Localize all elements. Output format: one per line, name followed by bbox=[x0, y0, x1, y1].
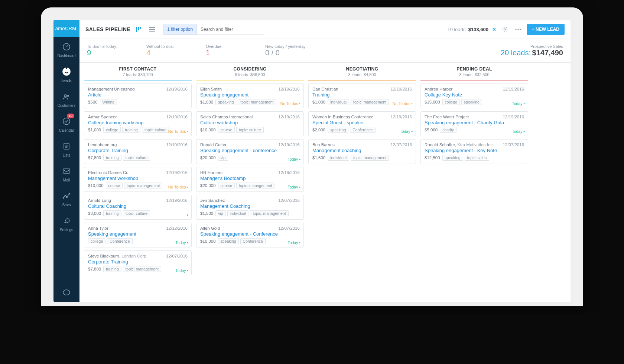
lead-tag[interactable]: topic: management bbox=[123, 266, 161, 272]
dashboard-icon bbox=[61, 41, 72, 52]
column-header[interactable]: FIRST CONTACT7 leads: $30,100 bbox=[84, 63, 192, 81]
lead-card[interactable]: Ellen Smith12/19/2016Speaking engagement… bbox=[196, 83, 304, 108]
lead-tag[interactable]: individual bbox=[328, 99, 349, 105]
lead-title: Speaking engagement bbox=[200, 92, 300, 98]
more-icon[interactable] bbox=[513, 24, 523, 34]
lead-tag[interactable]: course bbox=[106, 183, 123, 188]
new-lead-button[interactable]: + NEW LEAD bbox=[527, 24, 565, 35]
lead-title: Training bbox=[312, 92, 412, 98]
column-subtitle: 3 leads: $32,500 bbox=[420, 72, 528, 77]
lead-card[interactable]: Anna Tylor12/12/2016Speaking engagementc… bbox=[84, 223, 192, 247]
nav-calendar[interactable]: 10 Calendar bbox=[53, 111, 79, 136]
column-header[interactable]: PENDING DEAL3 leads: $32,500 bbox=[420, 63, 528, 81]
lead-tag[interactable]: speaking bbox=[442, 155, 463, 161]
lead-tag[interactable]: speaking bbox=[215, 99, 236, 105]
lead-tag[interactable]: topic: culture bbox=[123, 210, 150, 216]
lead-card[interactable]: Electronic Games Co.12/19/2016Management… bbox=[84, 167, 192, 192]
pipeline-view-icon[interactable] bbox=[134, 24, 144, 34]
lead-amount: $2,000 bbox=[312, 128, 325, 132]
lead-card[interactable]: Lendahand.org12/19/2016Corporate Trainin… bbox=[84, 139, 192, 164]
lead-tag[interactable]: topic: culture bbox=[123, 155, 150, 161]
lead-tag[interactable]: topic: sales bbox=[465, 155, 490, 161]
lead-title: Corporate Training bbox=[88, 148, 188, 153]
column-header[interactable]: CONSIDERING6 leads: $66,500 bbox=[196, 63, 304, 81]
lead-card[interactable]: Sales Champs International12/19/2016Cult… bbox=[196, 111, 304, 136]
lead-tag[interactable]: charity bbox=[440, 127, 456, 133]
lead-card[interactable]: Steve Blackburn, London Corp12/07/2016Co… bbox=[84, 250, 192, 275]
lead-date: 12/07/2016 bbox=[278, 226, 300, 230]
lead-card[interactable]: Arnold Long12/19/2016Cultural Coaching$3… bbox=[84, 195, 192, 220]
nav-lists[interactable]: Lists bbox=[53, 136, 79, 161]
lead-card[interactable]: Women in Business Conference12/19/2016Sp… bbox=[308, 111, 416, 136]
lead-tag[interactable]: individual bbox=[328, 155, 349, 161]
lead-tag[interactable]: training bbox=[122, 127, 140, 133]
lead-tag[interactable]: speaking bbox=[461, 99, 482, 105]
search-input[interactable] bbox=[197, 24, 264, 35]
lead-card[interactable]: Ben Barnes12/07/2016Management coaching$… bbox=[308, 139, 416, 164]
nav-mail[interactable]: Mail bbox=[53, 161, 79, 186]
lead-tag[interactable]: individual bbox=[227, 210, 249, 216]
kanban-board[interactable]: FIRST CONTACT7 leads: $30,100Management … bbox=[79, 63, 571, 302]
nav-settings[interactable]: Settings bbox=[53, 211, 79, 236]
search-filter[interactable]: 1 filter option bbox=[163, 24, 264, 35]
lead-date: 12/19/2016 bbox=[278, 142, 300, 147]
lead-amount: $1,500 bbox=[200, 211, 213, 216]
lead-contact: Women in Business Conference bbox=[312, 115, 373, 119]
lead-tag[interactable]: topic: management bbox=[351, 99, 389, 105]
lead-card[interactable]: The Free Water Project12/19/2016Speaking… bbox=[420, 111, 528, 136]
svg-rect-14 bbox=[140, 27, 141, 29]
lead-status: No To-dos bbox=[168, 185, 188, 189]
list-view-icon[interactable] bbox=[147, 24, 157, 34]
toolbar: SALES PIPELINE 1 filter option 19 leads:… bbox=[79, 20, 571, 39]
lead-tag[interactable]: topic: culture bbox=[236, 127, 264, 133]
lead-tag[interactable]: course bbox=[218, 183, 235, 188]
nav-customers[interactable]: Customers bbox=[53, 86, 79, 111]
lead-tag[interactable]: speaking bbox=[328, 127, 348, 133]
column-header[interactable]: NEGOTIATING3 leads: $4,500 bbox=[308, 63, 416, 81]
lead-tag[interactable]: topic: culture bbox=[142, 127, 169, 133]
lead-title: Special Guest - speaker bbox=[312, 120, 412, 125]
lead-card[interactable]: HR Hunters12/19/2016Manager's Bootcamp$2… bbox=[196, 167, 304, 192]
lead-tag[interactable]: college bbox=[103, 127, 121, 133]
lead-tag[interactable]: course bbox=[218, 127, 235, 133]
lead-tag[interactable]: Writing bbox=[100, 99, 117, 105]
lead-tag[interactable]: college bbox=[442, 99, 460, 105]
lead-tag[interactable]: topic: management bbox=[124, 183, 162, 188]
nav-chat[interactable] bbox=[53, 283, 79, 302]
lead-tag[interactable]: speaking bbox=[218, 238, 239, 244]
lead-tag[interactable]: training bbox=[103, 210, 121, 216]
lead-tag[interactable]: topic: management bbox=[351, 155, 389, 161]
lead-card[interactable]: Ronald Cutter12/19/2016Speaking engageme… bbox=[196, 139, 304, 164]
filter-chip[interactable]: 1 filter option bbox=[163, 24, 197, 35]
brand-logo[interactable]: amoCRM. bbox=[53, 20, 79, 37]
lead-card[interactable]: Management Unleashed12/19/2016Article$50… bbox=[84, 83, 192, 108]
lead-tag[interactable]: topic: management bbox=[238, 99, 276, 105]
nav-leads[interactable]: Leads bbox=[53, 62, 79, 86]
lead-tag[interactable]: vip bbox=[218, 155, 228, 161]
lead-title: Article bbox=[88, 92, 188, 98]
lead-tag[interactable]: training bbox=[103, 155, 121, 161]
lead-tag[interactable]: Conference bbox=[240, 238, 266, 244]
lead-tag[interactable]: topic: management bbox=[236, 183, 274, 188]
lead-tag[interactable]: college bbox=[88, 238, 105, 244]
lead-card[interactable]: Dan Christian12/19/2016Training$1,000ind… bbox=[308, 83, 416, 108]
lead-card[interactable]: Allen Gold12/07/2016Speaking engagement … bbox=[196, 223, 304, 247]
lead-tag[interactable]: topic: management bbox=[250, 210, 288, 216]
clear-filter-icon[interactable]: ✕ bbox=[492, 27, 496, 32]
lead-tag[interactable]: Conference bbox=[350, 127, 375, 133]
svg-rect-12 bbox=[136, 27, 137, 32]
lead-tag[interactable]: Conference bbox=[107, 238, 132, 244]
lead-card[interactable]: Arthur Spencer12/19/2016College training… bbox=[84, 111, 192, 136]
lead-card[interactable]: Jen Sanchez12/07/2016Management Coaching… bbox=[196, 195, 304, 220]
lead-tag[interactable]: vip bbox=[215, 210, 225, 216]
lead-amount: $20,000 bbox=[200, 155, 216, 160]
nav-stats[interactable]: Stats bbox=[53, 186, 79, 211]
gear-icon[interactable] bbox=[500, 24, 510, 34]
lead-card[interactable]: Andrea Harper12/19/2016College Key Note$… bbox=[420, 83, 528, 108]
lead-contact: Arthur Spencer bbox=[88, 115, 117, 119]
lead-status: No To-dos bbox=[168, 129, 188, 134]
lead-tag[interactable]: training bbox=[103, 266, 121, 272]
lead-card[interactable]: Ronald Schaffer, Xtra Motivation Inc12/0… bbox=[420, 139, 528, 164]
nav-dashboard[interactable]: Dashboard bbox=[53, 37, 79, 62]
stat-prospective: Prospective Sales 20 leads: $147,490 bbox=[501, 44, 563, 57]
